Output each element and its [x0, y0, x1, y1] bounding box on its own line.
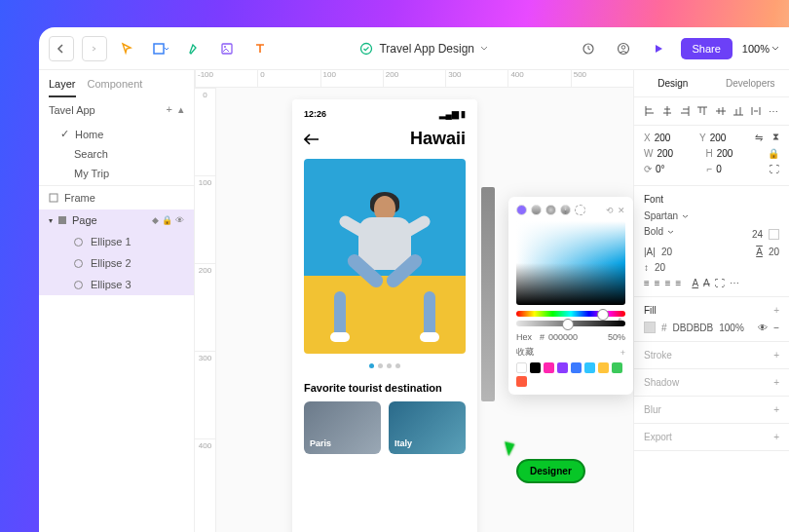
fill-hex[interactable]: DBDBDB	[673, 323, 714, 333]
align-top-icon[interactable]	[695, 103, 710, 119]
eye-icon[interactable]: 👁	[175, 215, 184, 225]
align-justify-text-icon[interactable]: ≡	[676, 278, 682, 288]
y-field[interactable]: Y 200	[699, 133, 745, 143]
font-weight-select[interactable]: Bold	[644, 226, 746, 237]
font-color-swatch[interactable]	[769, 229, 779, 240]
fill-opacity[interactable]: 100%	[719, 323, 744, 333]
stroke-section[interactable]: Stroke+	[634, 342, 789, 369]
dot[interactable]	[387, 363, 392, 368]
swatch[interactable]	[557, 362, 568, 373]
frame-header[interactable]: Frame	[39, 185, 194, 209]
tree-home[interactable]: ✓Home	[39, 124, 194, 144]
distribute-icon[interactable]	[749, 103, 764, 119]
visibility-icon[interactable]: 👁	[758, 323, 768, 333]
dot[interactable]	[378, 363, 383, 368]
remove-fill-icon[interactable]: −	[773, 323, 779, 333]
w-field[interactable]: W 200	[644, 148, 696, 159]
text-more-icon[interactable]: ⋯	[730, 278, 739, 288]
carousel-dots[interactable]	[304, 363, 466, 368]
opacity-value[interactable]: 50%	[608, 332, 625, 342]
share-button[interactable]: Share	[681, 38, 733, 59]
reset-icon[interactable]: ⟲	[606, 206, 614, 215]
swatch[interactable]	[571, 362, 582, 373]
collapse-icon[interactable]: ▴	[178, 103, 184, 116]
crop-icon[interactable]: ⛶	[715, 278, 725, 288]
forward-button[interactable]	[82, 36, 107, 61]
swatch[interactable]	[544, 362, 554, 373]
paragraph-spacing-field[interactable]: 20	[655, 262, 665, 273]
tab-component[interactable]: Component	[88, 78, 143, 97]
flip-h-icon[interactable]: ⇋	[755, 133, 763, 143]
image-tool[interactable]	[214, 36, 240, 61]
history-icon[interactable]	[576, 36, 601, 61]
fill-linear[interactable]	[531, 205, 542, 215]
shadow-section[interactable]: Shadow+	[634, 369, 789, 397]
play-icon[interactable]	[646, 36, 671, 61]
canvas[interactable]: -1000100200300400500 0100200300400 12:26…	[195, 70, 633, 532]
font-size-field[interactable]: 24	[752, 229, 763, 240]
saturation-field[interactable]	[516, 221, 625, 305]
alpha-slider[interactable]	[516, 321, 625, 326]
swatch[interactable]	[530, 362, 541, 373]
fill-solid[interactable]	[516, 205, 527, 215]
letter-spacing-field[interactable]: 20	[661, 247, 672, 257]
layer-ellipse-2[interactable]: Ellipse 2	[39, 252, 194, 274]
x-field[interactable]: X 200	[644, 133, 690, 143]
tab-layer[interactable]: Layer	[49, 78, 76, 97]
tree-search[interactable]: Search	[39, 144, 194, 164]
lock-ratio-icon[interactable]: 🔒	[768, 148, 779, 159]
dot[interactable]	[395, 363, 400, 368]
expand-corners-icon[interactable]: ⛶	[770, 164, 779, 174]
font-family-select[interactable]: Spartan	[644, 210, 779, 221]
layer-ellipse-1[interactable]: Ellipse 1	[39, 231, 194, 252]
document-title[interactable]: Travel App Design	[273, 42, 576, 56]
swatch[interactable]	[584, 362, 595, 373]
component-icon[interactable]: ◆	[152, 215, 159, 225]
swatch[interactable]	[598, 362, 609, 373]
tab-design[interactable]: Design	[634, 70, 712, 96]
align-hcenter-icon[interactable]	[659, 103, 674, 119]
fill-swatch[interactable]	[644, 322, 656, 333]
lock-icon[interactable]: 🔒	[162, 215, 172, 225]
underline-icon[interactable]: A	[692, 278, 698, 288]
text-tool[interactable]	[247, 36, 273, 61]
corner-field[interactable]: ⌐ 0	[707, 164, 761, 174]
line-height-field[interactable]: 20	[769, 247, 779, 257]
swatch[interactable]	[612, 362, 622, 373]
hex-value[interactable]: 000000	[548, 332, 578, 342]
flip-v-icon[interactable]: ⧗	[772, 132, 779, 143]
fill-radial[interactable]	[545, 205, 556, 215]
align-left-text-icon[interactable]: ≡	[644, 278, 650, 288]
zoom-control[interactable]: 100%	[742, 43, 779, 55]
tab-developers[interactable]: Developers	[712, 70, 790, 96]
layer-page[interactable]: ▾Page ◆🔒👁	[39, 209, 194, 231]
select-tool[interactable]	[115, 36, 140, 61]
align-vcenter-icon[interactable]	[713, 103, 728, 119]
layer-ellipse-3[interactable]: Ellipse 3	[39, 274, 194, 295]
back-button[interactable]	[49, 36, 74, 61]
h-field[interactable]: H 200	[706, 148, 759, 159]
avatar-icon[interactable]	[611, 36, 636, 61]
swatch[interactable]	[516, 362, 527, 373]
align-bottom-icon[interactable]	[731, 103, 745, 119]
tree-mytrip[interactable]: My Trip	[39, 164, 194, 183]
rotation-field[interactable]: ⟳ 0°	[644, 164, 697, 174]
rectangle-tool[interactable]	[148, 36, 173, 61]
add-swatch-icon[interactable]: +	[620, 348, 625, 358]
add-icon[interactable]: +	[167, 103, 172, 116]
fill-image[interactable]	[575, 205, 585, 215]
fav-card-paris[interactable]: Paris	[304, 401, 381, 454]
align-center-text-icon[interactable]: ≡	[655, 278, 660, 288]
hue-slider[interactable]	[516, 311, 625, 317]
align-left-icon[interactable]	[642, 103, 657, 119]
align-right-icon[interactable]	[678, 103, 693, 119]
dot[interactable]	[369, 363, 374, 368]
back-arrow-icon[interactable]	[304, 133, 319, 145]
close-icon[interactable]: ✕	[618, 206, 625, 215]
artboard[interactable]: 12:26 ▂▄▆▮ Hawaii F	[292, 99, 477, 532]
pen-tool[interactable]	[181, 36, 207, 61]
fav-card-italy[interactable]: Italy	[389, 401, 466, 454]
blur-section[interactable]: Blur+	[634, 397, 789, 424]
more-icon[interactable]: ⋯	[767, 103, 781, 119]
swatch[interactable]	[516, 376, 527, 387]
